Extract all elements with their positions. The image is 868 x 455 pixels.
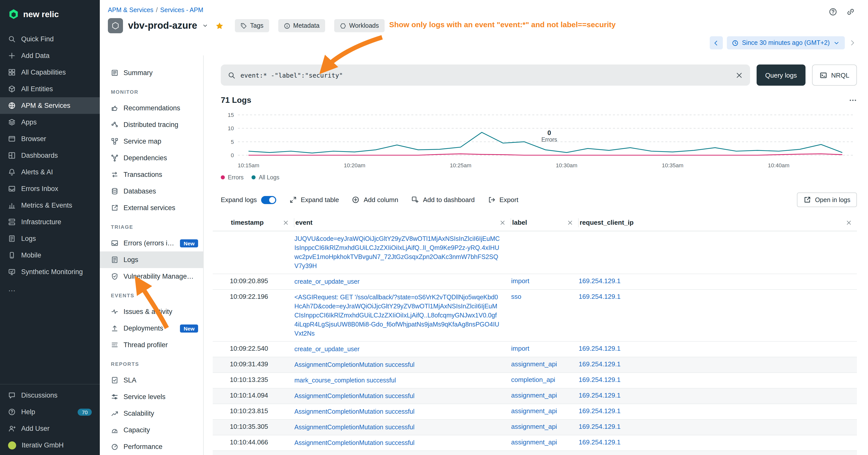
event-link[interactable]: AssignmentCompletionMutation successful [294, 407, 511, 416]
entity-nav-external-services[interactable]: External services [100, 199, 203, 216]
hexagon-icon [112, 22, 120, 30]
clear-search-icon[interactable] [736, 71, 743, 79]
entity-nav-distributed-tracing[interactable]: Distributed tracing [100, 117, 203, 133]
sidebar-item-synthetic-monitoring[interactable]: Synthetic Monitoring [0, 263, 100, 280]
open-in-logs-button[interactable]: Open in logs [797, 193, 857, 207]
entity-nav-issues-activity[interactable]: Issues & activity [100, 303, 203, 320]
sidebar-item-help[interactable]: Help70 [0, 403, 100, 420]
add-to-dashboard-button[interactable]: Add to dashboard [411, 196, 474, 203]
log-table-row[interactable]: 10:10:49.051mark_course_completion succe… [213, 451, 857, 455]
log-table-row[interactable]: JUQVU&code=eyJraWQiOiJjcGltY29yZV8wOTl1M… [213, 231, 857, 274]
entity-nav-logs[interactable]: Logs [100, 252, 203, 268]
entity-nav-dependencies[interactable]: Dependencies [100, 150, 203, 166]
entity-nav-performance[interactable]: Performance [100, 438, 203, 455]
event-link[interactable]: AssignmentCompletionMutation successful [294, 360, 511, 369]
sidebar-item-browser[interactable]: Browser [0, 130, 100, 147]
log-table-row[interactable]: 10:10:23.815AssignmentCompletionMutation… [213, 404, 857, 420]
sidebar-item-account[interactable]: Iterativ GmbH [0, 437, 100, 454]
event-link[interactable]: mark_course_completion successful [294, 376, 511, 385]
log-table-row[interactable]: 10:09:31.439AssignmentCompletionMutation… [213, 357, 857, 373]
new-relic-logo[interactable]: new relic [0, 0, 100, 27]
metadata-button[interactable]: Metadata [278, 19, 325, 32]
sidebar-item-add-data[interactable]: Add Data [0, 47, 100, 64]
sidebar-item-logs[interactable]: Logs [0, 230, 100, 247]
entity-nav-recommendations[interactable]: Recommendations [100, 100, 203, 117]
event-link[interactable]: <ASGIRequest: GET '/sso/callback/?state=… [294, 293, 511, 338]
entity-nav-transactions[interactable]: Transactions [100, 166, 203, 183]
log-search-box[interactable] [221, 65, 750, 86]
sidebar-item-all-entities[interactable]: All Entities [0, 80, 100, 97]
entity-switcher-chevron-down-icon[interactable] [203, 23, 209, 29]
sidebar-item-apm-services[interactable]: APM & Services [0, 97, 100, 114]
sidebar-item-dashboards[interactable]: Dashboards [0, 147, 100, 164]
col-header-event[interactable]: event [294, 218, 511, 227]
legend-all-logs[interactable]: All Logs [252, 174, 279, 181]
log-search-input[interactable] [241, 71, 731, 79]
sidebar-item-quick-find[interactable]: Quick Find [0, 31, 100, 47]
logs-timeseries-chart[interactable]: 05101510:15am10:20am10:25am10:30am10:35a… [221, 111, 857, 170]
chart-options-icon[interactable] [849, 96, 857, 104]
sidebar-item-metrics-events[interactable]: Metrics & Events [0, 197, 100, 214]
col-header-request-client-ip[interactable]: request_client_ip [579, 218, 857, 227]
event-link[interactable]: AssignmentCompletionMutation successful [294, 438, 511, 448]
log-table-row[interactable]: 10:10:13.235mark_course_completion succe… [213, 373, 857, 389]
sidebar-item-infrastructure[interactable]: Infrastructure [0, 214, 100, 230]
legend-errors[interactable]: Errors [221, 174, 244, 181]
event-link[interactable]: create_or_update_user [294, 345, 511, 354]
tags-button[interactable]: Tags [235, 19, 269, 32]
event-link[interactable]: JUQVU&code=eyJraWQiOiJjcGltY29yZV8wOTl1M… [294, 234, 511, 270]
sidebar-item-mobile[interactable]: Mobile [0, 247, 100, 263]
entity-nav-section-events: EVENTS [100, 285, 203, 303]
event-link[interactable]: mark_course_completion successful [294, 454, 511, 455]
svg-text:0: 0 [231, 152, 234, 159]
log-table-row[interactable]: 10:10:44.066AssignmentCompletionMutation… [213, 435, 857, 451]
event-link[interactable]: AssignmentCompletionMutation successful [294, 391, 511, 400]
entity-nav-vulnerability-management[interactable]: Vulnerability Management [100, 268, 203, 285]
entity-nav-scalability[interactable]: Scalability [100, 405, 203, 422]
entity-nav-databases[interactable]: Databases [100, 183, 203, 199]
help-circle-icon[interactable] [829, 7, 837, 16]
time-forward-button[interactable] [849, 39, 856, 46]
log-table-row[interactable]: 10:09:22.196<ASGIRequest: GET '/sso/call… [213, 290, 857, 342]
breadcrumb-services-apm[interactable]: Services - APM [160, 6, 204, 13]
expand-logs-toggle[interactable] [261, 196, 276, 204]
remove-column-icon[interactable] [846, 220, 852, 226]
nrql-button[interactable]: NRQL [812, 65, 857, 86]
favorite-star-icon[interactable] [216, 22, 224, 30]
time-picker[interactable]: Since 30 minutes ago (GMT+2) [727, 36, 845, 50]
expand-table-button[interactable]: Expand table [289, 196, 339, 203]
remove-column-icon[interactable] [567, 220, 573, 226]
entity-nav-service-map[interactable]: Service map [100, 133, 203, 150]
permalink-icon[interactable] [846, 7, 855, 16]
log-table-row[interactable]: 10:09:20.895create_or_update_userimport1… [213, 274, 857, 290]
query-logs-button[interactable]: Query logs [756, 65, 806, 86]
entity-nav-sla[interactable]: SLA [100, 372, 203, 389]
sidebar-item-add-user[interactable]: Add User [0, 420, 100, 437]
sidebar-item-discussions[interactable]: Discussions [0, 387, 100, 403]
entity-nav-deployments[interactable]: DeploymentsNew [100, 320, 203, 336]
event-link[interactable]: AssignmentCompletionMutation successful [294, 423, 511, 432]
sidebar-item-errors-inbox[interactable]: Errors Inbox [0, 181, 100, 197]
time-back-button[interactable] [710, 36, 723, 50]
log-table-row[interactable]: 10:10:35.305AssignmentCompletionMutation… [213, 420, 857, 435]
workloads-button[interactable]: Workloads [334, 19, 384, 32]
sidebar-item-alerts-ai[interactable]: Alerts & AI [0, 164, 100, 181]
remove-column-icon[interactable] [283, 220, 289, 226]
entity-nav-errors-inbox[interactable]: Errors (errors inb...New [100, 235, 203, 252]
sidebar-item-more[interactable]: … [0, 280, 100, 297]
remove-column-icon[interactable] [499, 220, 505, 226]
sidebar-item-apps[interactable]: Apps [0, 114, 100, 130]
entity-nav-service-levels[interactable]: Service levels [100, 389, 203, 405]
add-column-button[interactable]: Add column [352, 196, 398, 203]
export-button[interactable]: Export [488, 196, 519, 203]
breadcrumb-apm-services[interactable]: APM & Services [108, 6, 154, 13]
entity-nav-thread-profiler[interactable]: Thread profiler [100, 336, 203, 353]
col-header-label[interactable]: label [511, 218, 579, 227]
log-table-row[interactable]: 10:09:22.540create_or_update_userimport1… [213, 342, 857, 357]
entity-nav-capacity[interactable]: Capacity [100, 422, 203, 438]
sidebar-item-all-capabilities[interactable]: All Capabilities [0, 64, 100, 80]
col-header-timestamp[interactable]: timestamp [230, 218, 294, 227]
log-table-row[interactable]: 10:10:14.094AssignmentCompletionMutation… [213, 389, 857, 404]
event-link[interactable]: create_or_update_user [294, 277, 511, 286]
entity-nav-summary[interactable]: Summary [100, 65, 203, 81]
